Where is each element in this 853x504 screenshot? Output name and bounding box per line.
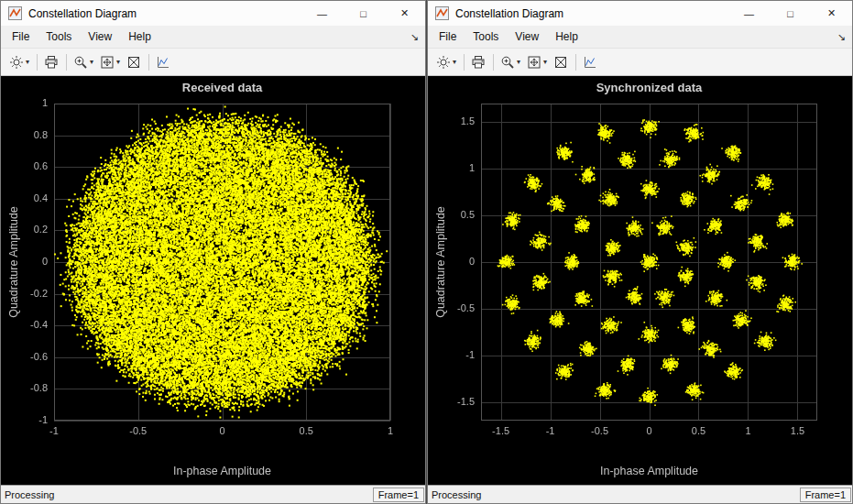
dropdown-icon: ▾	[90, 58, 93, 66]
titlebar[interactable]: Constellation Diagram — □ ✕	[1, 1, 425, 26]
close-button[interactable]: ✕	[811, 1, 852, 26]
toolbar-separator	[66, 54, 67, 71]
toolbar-separator	[493, 54, 494, 71]
dropdown-icon: ▾	[517, 58, 520, 66]
menu-view[interactable]: View	[507, 27, 547, 46]
synchronized-plot-canvas[interactable]	[428, 76, 852, 485]
figure-area: Received data In-phase Amplitude Quadrat…	[1, 76, 425, 485]
dropdown-icon: ▾	[543, 58, 547, 66]
scale-axes-button[interactable]: ▾	[97, 53, 123, 71]
plot-title: Synchronized data	[481, 81, 817, 94]
zoom-button[interactable]: ▾	[71, 53, 96, 71]
received-plot-canvas[interactable]	[1, 76, 425, 485]
autoscale-button[interactable]	[124, 53, 144, 71]
x-axis-label: In-phase Amplitude	[481, 465, 817, 477]
x-axis-label: In-phase Amplitude	[54, 465, 390, 477]
dock-arrow-icon[interactable]: ↘	[410, 31, 425, 43]
app-icon	[8, 6, 23, 21]
dropdown-icon: ▾	[116, 58, 120, 66]
toolbar-separator	[575, 54, 576, 71]
menubar: File Tools View Help ↘	[428, 26, 852, 48]
status-text: Processing	[1, 489, 54, 500]
menu-view[interactable]: View	[80, 27, 120, 46]
dropdown-icon: ▾	[453, 58, 456, 66]
dock-arrow-icon[interactable]: ↘	[837, 31, 852, 43]
print-button[interactable]	[468, 53, 488, 71]
window-controls: — □ ✕	[728, 1, 852, 26]
desktop: Constellation Diagram — □ ✕ File Tools V…	[0, 0, 853, 504]
menu-help[interactable]: Help	[547, 27, 586, 46]
plot-title: Received data	[54, 81, 390, 94]
minimize-button[interactable]: —	[301, 1, 343, 26]
statusbar: Processing Frame=1	[1, 485, 425, 503]
y-axis-label: Quadrature Amplitude	[2, 104, 26, 421]
minimize-button[interactable]: —	[728, 1, 770, 26]
statusbar: Processing Frame=1	[428, 485, 852, 503]
settings-button[interactable]: ▾	[6, 53, 32, 71]
zoom-button[interactable]: ▾	[498, 53, 523, 71]
scale-axes-button[interactable]: ▾	[524, 53, 550, 71]
toolbar-separator	[37, 54, 38, 71]
maximize-button[interactable]: □	[770, 1, 811, 26]
dropdown-icon: ▾	[26, 58, 29, 66]
autoscale-button[interactable]	[551, 53, 571, 71]
toolbar-separator	[148, 54, 149, 71]
print-button[interactable]	[41, 53, 61, 71]
figure-area: Synchronized data In-phase Amplitude Qua…	[428, 76, 852, 485]
menu-tools[interactable]: Tools	[38, 27, 80, 46]
frame-counter: Frame=1	[800, 488, 851, 502]
constellation-window-received: Constellation Diagram — □ ✕ File Tools V…	[0, 0, 426, 504]
window-title: Constellation Diagram	[28, 7, 137, 20]
menubar: File Tools View Help ↘	[1, 26, 425, 48]
toolbar: ▾ ▾ ▾	[1, 48, 425, 76]
menu-file[interactable]: File	[4, 27, 38, 46]
window-controls: — □ ✕	[301, 1, 425, 26]
close-button[interactable]: ✕	[384, 1, 425, 26]
y-axis-label: Quadrature Amplitude	[429, 104, 453, 421]
app-icon	[435, 6, 450, 21]
status-text: Processing	[428, 489, 481, 500]
measurements-button[interactable]	[153, 53, 173, 71]
maximize-button[interactable]: □	[343, 1, 384, 26]
toolbar: ▾ ▾ ▾	[428, 48, 852, 76]
menu-file[interactable]: File	[431, 27, 465, 46]
menu-help[interactable]: Help	[120, 27, 159, 46]
menu-tools[interactable]: Tools	[465, 27, 507, 46]
window-title: Constellation Diagram	[455, 7, 563, 20]
titlebar[interactable]: Constellation Diagram — □ ✕	[428, 1, 852, 26]
measurements-button[interactable]	[580, 53, 600, 71]
constellation-window-synchronized: Constellation Diagram — □ ✕ File Tools V…	[427, 0, 853, 504]
toolbar-separator	[464, 54, 465, 71]
frame-counter: Frame=1	[373, 488, 424, 502]
settings-button[interactable]: ▾	[433, 53, 459, 71]
